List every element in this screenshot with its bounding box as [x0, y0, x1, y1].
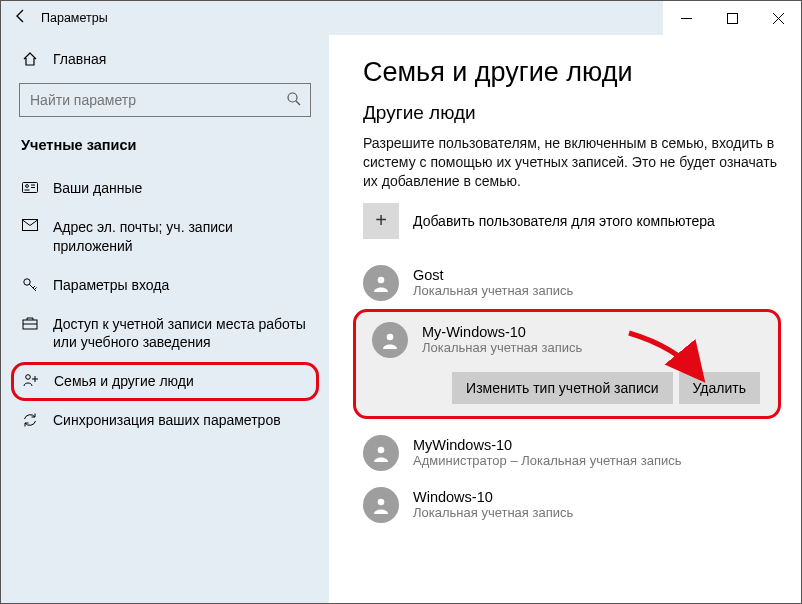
avatar-icon: [372, 322, 408, 358]
close-button[interactable]: [755, 1, 801, 35]
user-name: Windows-10: [413, 489, 573, 505]
user-row[interactable]: Gost Локальная учетная запись: [329, 257, 801, 309]
user-name: MyWindows-10: [413, 437, 681, 453]
section-heading: Другие люди: [363, 102, 801, 124]
mail-icon: [21, 218, 39, 231]
svg-point-17: [387, 333, 394, 340]
nav-item-your-info[interactable]: Ваши данные: [1, 169, 329, 208]
annotation-highlight-user: My-Windows-10 Локальная учетная запись И…: [353, 309, 781, 419]
sidebar: Главная Учетные записи Ваши данные: [1, 35, 329, 603]
svg-rect-4: [23, 183, 38, 193]
titlebar: Параметры: [1, 1, 801, 35]
nav-label: Семья и другие люди: [54, 372, 312, 391]
user-row[interactable]: Windows-10 Локальная учетная запись: [329, 479, 801, 531]
settings-window: Параметры Главная: [0, 0, 802, 604]
search-input[interactable]: [28, 91, 286, 109]
home-button[interactable]: Главная: [1, 45, 329, 73]
svg-point-10: [24, 278, 30, 284]
add-user-label: Добавить пользователя для этого компьюте…: [413, 213, 715, 229]
nav-item-sync[interactable]: Синхронизация ваших параметров: [1, 401, 329, 440]
nav-label: Ваши данные: [53, 179, 315, 198]
svg-point-13: [25, 375, 30, 380]
svg-rect-1: [727, 13, 737, 23]
category-label: Учетные записи: [1, 135, 329, 165]
nav-label: Синхронизация ваших параметров: [53, 411, 315, 430]
window-title: Параметры: [41, 11, 108, 25]
home-icon: [21, 51, 39, 67]
search-icon: [286, 91, 302, 110]
svg-line-3: [296, 101, 300, 105]
window-controls: [663, 1, 801, 35]
nav-label: Адрес эл. почты; уч. записи приложений: [53, 218, 315, 256]
avatar-icon: [363, 265, 399, 301]
back-button[interactable]: [1, 8, 41, 28]
nav-list: Ваши данные Адрес эл. почты; уч. записи …: [1, 165, 329, 440]
section-description: Разрешите пользователям, не включенным в…: [363, 134, 777, 191]
user-row[interactable]: MyWindows-10 Администратор – Локальная у…: [329, 427, 801, 479]
people-icon: [22, 372, 40, 387]
user-name: Gost: [413, 267, 573, 283]
page-heading: Семья и другие люди: [363, 57, 801, 88]
avatar-icon: [363, 487, 399, 523]
minimize-button[interactable]: [663, 1, 709, 35]
annotation-highlight-sidebar: Семья и другие люди: [11, 362, 319, 401]
change-account-type-button[interactable]: Изменить тип учетной записи: [452, 372, 672, 404]
svg-point-18: [378, 446, 385, 453]
content-area: Семья и другие люди Другие люди Разрешит…: [329, 35, 801, 603]
svg-point-2: [288, 93, 297, 102]
user-row-selected[interactable]: My-Windows-10 Локальная учетная запись: [360, 318, 774, 362]
user-type: Локальная учетная запись: [413, 505, 573, 520]
key-icon: [21, 276, 39, 293]
svg-point-19: [378, 498, 385, 505]
maximize-button[interactable]: [709, 1, 755, 35]
user-type: Локальная учетная запись: [422, 340, 582, 355]
nav-label: Параметры входа: [53, 276, 315, 295]
avatar-icon: [363, 435, 399, 471]
search-box[interactable]: [19, 83, 311, 117]
sync-icon: [21, 411, 39, 428]
svg-point-5: [26, 185, 29, 188]
home-label: Главная: [53, 51, 106, 67]
nav-item-work[interactable]: Доступ к учетной записи места работы или…: [1, 305, 329, 363]
plus-icon: +: [363, 203, 399, 239]
add-user-button[interactable]: + Добавить пользователя для этого компью…: [363, 203, 777, 239]
nav-item-email[interactable]: Адрес эл. почты; уч. записи приложений: [1, 208, 329, 266]
user-type: Администратор – Локальная учетная запись: [413, 453, 681, 468]
briefcase-icon: [21, 315, 39, 330]
user-type: Локальная учетная запись: [413, 283, 573, 298]
svg-point-16: [378, 276, 385, 283]
nav-label: Доступ к учетной записи места работы или…: [53, 315, 315, 353]
idcard-icon: [21, 179, 39, 194]
remove-user-button[interactable]: Удалить: [679, 372, 760, 404]
nav-item-family[interactable]: Семья и другие люди: [22, 372, 312, 391]
user-name: My-Windows-10: [422, 324, 582, 340]
nav-item-signin[interactable]: Параметры входа: [1, 266, 329, 305]
